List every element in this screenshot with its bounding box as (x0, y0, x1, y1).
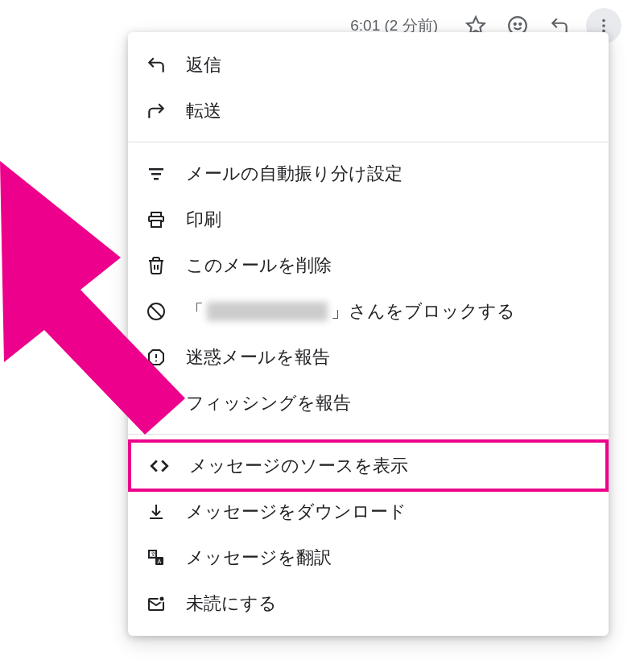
menu-item-label: メッセージのソースを表示 (189, 454, 408, 478)
menu-item-label: メッセージをダウンロード (186, 500, 407, 524)
menu-item-show-original[interactable]: メッセージのソースを表示 (128, 439, 609, 492)
block-suffix: 」さんをブロックする (331, 299, 515, 324)
menu-item-label: 転送 (186, 99, 221, 123)
svg-text:A: A (158, 559, 162, 564)
svg-marker-0 (467, 17, 485, 34)
svg-point-24 (159, 596, 165, 601)
menu-item-reply[interactable]: 返信 (128, 42, 609, 88)
menu-item-forward[interactable]: 転送 (128, 88, 609, 134)
menu-item-label: フィッシングを報告 (186, 391, 351, 415)
redacted-sender-name (207, 302, 328, 321)
svg-point-2 (514, 23, 516, 25)
menu-item-mark-unread[interactable]: 未読にする (128, 580, 609, 626)
translate-icon: 文A (146, 547, 167, 568)
svg-rect-7 (149, 168, 163, 171)
menu-item-filter[interactable]: メールの自動振り分け設定 (128, 151, 609, 196)
menu-item-report-spam[interactable]: 迷惑メールを報告 (128, 334, 609, 380)
menu-item-label: 未読にする (186, 592, 277, 616)
forward-arrow-icon (146, 101, 167, 122)
block-icon (146, 301, 167, 322)
svg-point-3 (519, 23, 521, 25)
filter-icon (146, 163, 167, 184)
download-icon (146, 501, 167, 522)
svg-point-16 (155, 360, 157, 361)
menu-item-label: 「 」さんをブロックする (186, 299, 515, 324)
unread-icon (146, 593, 167, 614)
menu-item-label: 返信 (186, 53, 221, 77)
phishing-icon (146, 393, 167, 414)
reply-arrow-icon (146, 55, 167, 76)
svg-rect-8 (151, 173, 161, 175)
print-icon (146, 209, 167, 230)
menu-item-delete[interactable]: このメールを削除 (128, 242, 609, 288)
menu-item-label: 迷惑メールを報告 (186, 345, 330, 369)
menu-item-label: 印刷 (186, 208, 221, 232)
svg-point-4 (602, 19, 605, 23)
svg-point-5 (602, 24, 605, 27)
message-context-menu: 返信 転送 メールの自動振り分け設定 印刷 このメールを削除 「 」さんをブロッ (128, 32, 609, 636)
svg-rect-11 (151, 221, 161, 227)
menu-item-block[interactable]: 「 」さんをブロックする (128, 288, 609, 334)
menu-item-report-phishing[interactable]: フィッシングを報告 (128, 380, 609, 426)
menu-item-label: メッセージを翻訳 (186, 546, 332, 570)
svg-point-18 (155, 399, 158, 402)
menu-item-download[interactable]: メッセージをダウンロード (128, 489, 609, 534)
svg-rect-9 (154, 178, 159, 180)
menu-divider (128, 434, 609, 435)
menu-item-translate[interactable]: 文A メッセージを翻訳 (128, 534, 609, 580)
trash-icon (146, 255, 167, 276)
block-prefix: 「 (186, 299, 204, 324)
menu-item-print[interactable]: 印刷 (128, 196, 609, 242)
code-icon (149, 456, 170, 476)
menu-item-label: メールの自動振り分け設定 (186, 162, 402, 186)
svg-line-13 (151, 306, 162, 317)
menu-item-label: このメールを削除 (186, 254, 332, 278)
svg-text:文: 文 (151, 551, 156, 557)
menu-divider (128, 142, 609, 142)
spam-icon (146, 347, 167, 368)
